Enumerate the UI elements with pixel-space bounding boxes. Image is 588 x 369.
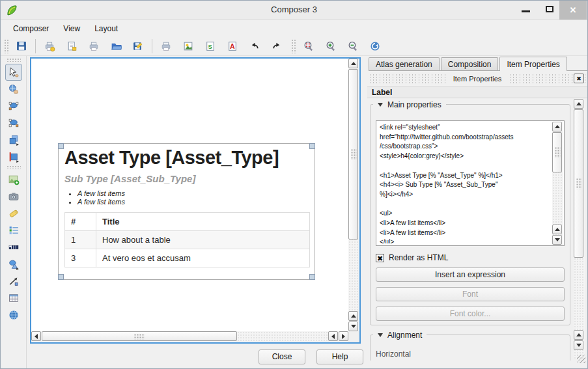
rendered-list: A few list itemsA few list items — [77, 189, 309, 206]
add-attribute-table-icon[interactable] — [5, 290, 22, 307]
composition-canvas[interactable]: Asset Type [Asset_Type] Sub Type [Asset_… — [30, 57, 361, 344]
scroll-right-button[interactable] — [339, 331, 348, 341]
export-as-image-icon[interactable] — [180, 38, 196, 54]
align-items-icon[interactable] — [5, 148, 22, 165]
new-composer-icon[interactable] — [42, 38, 57, 54]
ungroup-items-icon[interactable] — [5, 115, 22, 131]
render-as-html-checkbox[interactable]: ✖ — [376, 254, 384, 262]
toolbar-handle[interactable] — [291, 39, 296, 53]
add-scalebar-icon[interactable] — [5, 239, 22, 256]
scroll-up-button[interactable] — [574, 99, 583, 109]
window-title: Composer 3 — [1, 5, 587, 14]
save-as-template-icon[interactable] — [130, 38, 146, 54]
label-item[interactable]: Asset Type [Asset_Type] Sub Type [Asset_… — [58, 143, 315, 280]
close-dialog-button[interactable]: Close — [259, 349, 305, 364]
editor-vertical-scrollbar[interactable] — [552, 122, 563, 245]
duplicate-composer-icon[interactable] — [64, 38, 79, 54]
refresh-view-icon[interactable] — [367, 38, 383, 54]
svg-text:S: S — [208, 42, 212, 49]
add-image-icon[interactable] — [5, 188, 22, 205]
scroll-up-button[interactable] — [348, 59, 358, 68]
menu-layout[interactable]: Layout — [87, 22, 125, 35]
panel-vertical-scrollbar[interactable] — [574, 99, 585, 359]
zoom-out-icon[interactable] — [345, 38, 361, 54]
render-as-html-row[interactable]: ✖ Render as HTML — [376, 253, 565, 262]
rendered-table: #Title 1How about a table3At vero eos et… — [64, 212, 310, 267]
label-html-source[interactable]: <link rel="stylesheet" href="http://twit… — [380, 123, 550, 243]
add-new-map-icon[interactable] — [5, 171, 22, 188]
export-as-pdf-icon[interactable]: A — [225, 38, 240, 54]
label-item-content: Asset Type [Asset_Type] Sub Type [Asset_… — [59, 144, 315, 271]
scroll-up-button[interactable] — [348, 311, 358, 321]
insert-an-expression-button[interactable]: Insert an expression — [376, 267, 565, 282]
add-arrow-icon[interactable] — [5, 273, 22, 290]
scroll-left-button[interactable] — [31, 331, 41, 341]
add-legend-icon[interactable] — [5, 222, 22, 239]
load-from-template-icon[interactable] — [108, 38, 124, 54]
selection-handle[interactable] — [58, 274, 64, 280]
close-button[interactable]: ✕ — [559, 1, 587, 20]
svg-text:A: A — [230, 42, 235, 49]
collapse-arrow-icon[interactable] — [378, 333, 383, 337]
scroll-down-button[interactable] — [348, 321, 358, 331]
select-move-item-icon[interactable] — [5, 64, 22, 81]
scrollbar-thumb[interactable] — [42, 331, 237, 341]
composer-manager-icon[interactable] — [86, 38, 102, 54]
scroll-down-button[interactable] — [574, 340, 583, 350]
add-html-frame-icon[interactable] — [5, 307, 22, 323]
print-icon[interactable] — [158, 38, 174, 54]
dock-title: Item Properties — [447, 74, 509, 84]
toolbar-handle[interactable] — [4, 39, 8, 53]
main-properties-title[interactable]: Main properties — [373, 100, 446, 110]
selection-handle[interactable] — [309, 274, 315, 280]
scroll-up-button[interactable] — [552, 122, 562, 131]
scroll-down-button[interactable] — [552, 235, 562, 245]
move-item-content-icon[interactable] — [5, 81, 22, 98]
rendered-h1: Asset Type [Asset_Type] — [64, 147, 309, 169]
collapse-arrow-icon[interactable] — [378, 103, 383, 107]
table-cell: 1 — [65, 231, 96, 249]
selection-handle[interactable] — [309, 143, 315, 149]
add-shape-icon[interactable] — [5, 256, 22, 273]
scroll-left-button[interactable] — [328, 331, 338, 341]
table-row: 1How about a table — [65, 231, 310, 249]
menu-view[interactable]: View — [56, 22, 87, 35]
minimize-button[interactable] — [522, 10, 530, 12]
titlebar: Composer 3 ✕ — [1, 1, 587, 20]
label-text-editor[interactable]: <link rel="stylesheet" href="http://twit… — [376, 120, 565, 246]
group-items-icon[interactable] — [5, 98, 22, 115]
tab-item-properties[interactable]: Item Properties — [499, 57, 567, 71]
tab-atlas-generation[interactable]: Atlas generation — [369, 57, 440, 70]
alignment-title[interactable]: Alignment — [373, 330, 427, 340]
canvas-vertical-scrollbar[interactable] — [348, 59, 359, 331]
redo-icon[interactable] — [269, 38, 285, 54]
scrollbar-thumb[interactable] — [574, 109, 583, 258]
scrollbar-thumb[interactable] — [348, 69, 358, 239]
toolbar-handle[interactable] — [7, 165, 21, 169]
canvas-horizontal-scrollbar[interactable] — [31, 331, 348, 342]
scroll-up-button[interactable] — [574, 330, 583, 340]
tab-composition[interactable]: Composition — [441, 57, 499, 70]
add-label-icon[interactable] — [5, 205, 22, 222]
table-cell: How about a table — [96, 231, 310, 249]
export-as-svg-icon[interactable]: S — [203, 38, 218, 54]
menubar: ComposerViewLayout — [1, 20, 587, 36]
zoom-full-icon[interactable] — [301, 38, 316, 54]
font-button: Font — [376, 287, 565, 301]
undo-icon[interactable] — [247, 38, 262, 54]
save-project-icon[interactable] — [14, 38, 29, 54]
table-cell: At vero eos et accusam — [96, 249, 310, 267]
toolbar-handle[interactable] — [7, 58, 21, 62]
raise-items-icon[interactable] — [5, 131, 22, 148]
scroll-up-button[interactable] — [552, 225, 562, 234]
item-toolbox — [1, 56, 27, 368]
maximize-button[interactable] — [546, 6, 553, 12]
zoom-in-icon[interactable] — [323, 38, 339, 54]
resize-grip[interactable] — [577, 355, 585, 363]
dock-titlebar[interactable]: Item Properties ✖ — [369, 74, 586, 84]
help-button[interactable]: Help — [316, 349, 363, 364]
selection-handle[interactable] — [58, 143, 64, 149]
scrollbar-thumb[interactable] — [552, 132, 562, 172]
menu-composer[interactable]: Composer — [6, 22, 56, 35]
dock-close-icon[interactable]: ✖ — [574, 74, 584, 83]
